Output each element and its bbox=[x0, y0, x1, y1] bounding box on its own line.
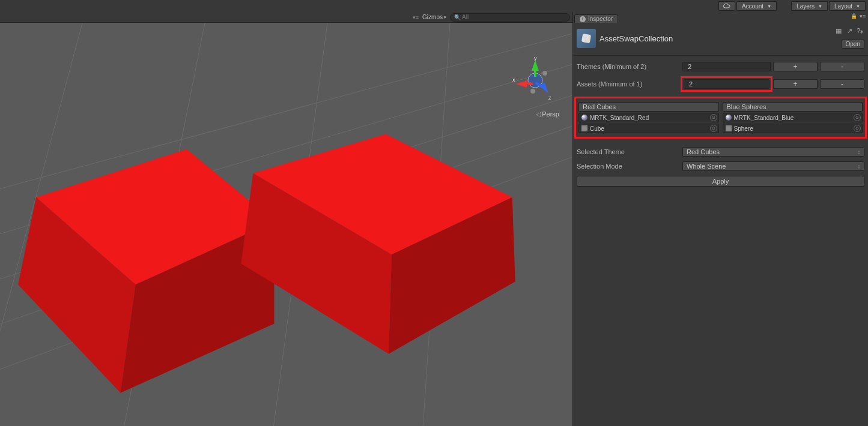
reference-icon[interactable]: ↗ bbox=[845, 26, 854, 35]
scene-viewport[interactable]: x y z ◁Persp bbox=[0, 23, 572, 426]
themes-minus-button[interactable]: - bbox=[820, 62, 864, 71]
chevron-down-icon: ▼ bbox=[856, 4, 860, 8]
selection-mode-dropdown[interactable]: Whole Scene ‡ bbox=[682, 161, 864, 171]
assets-value-highlight: 2 bbox=[681, 76, 772, 92]
search-icon: 🔍 bbox=[454, 14, 461, 20]
themes-plus-button[interactable]: + bbox=[773, 62, 818, 71]
theme1-asset1-label: Sphere bbox=[734, 125, 753, 132]
theme-name-input-0[interactable] bbox=[578, 102, 719, 112]
theme0-asset0-field[interactable]: MRTK_Standard_Red ⊙ bbox=[578, 113, 719, 122]
gizmos-label: Gizmos bbox=[422, 14, 443, 20]
selection-mode-value: Whole Scene bbox=[687, 163, 726, 170]
axis-x-label: x bbox=[512, 77, 515, 83]
theme0-asset0-label: MRTK_Standard_Red bbox=[590, 115, 649, 121]
scene-panel: ▾≡ Gizmos▾ 🔍 bbox=[0, 12, 572, 426]
theme1-asset1-field[interactable]: Sphere ⊙ bbox=[723, 124, 863, 133]
tab-menu-icon[interactable]: ▾≡ bbox=[860, 13, 866, 19]
account-label: Account bbox=[742, 3, 763, 10]
themes-highlight-box: MRTK_Standard_Red ⊙ Cube ⊙ bbox=[574, 97, 867, 139]
theme-columns: MRTK_Standard_Red ⊙ Cube ⊙ bbox=[578, 102, 863, 133]
dropdown-arrows-icon: ‡ bbox=[858, 164, 860, 169]
top-toolbar: Account▼ Layers▼ Layout▼ bbox=[0, 0, 868, 12]
help-icon[interactable]: ?⁎ bbox=[856, 26, 864, 35]
lock-icon[interactable]: 🔒 bbox=[851, 13, 857, 19]
axis-y-label: y bbox=[534, 56, 537, 61]
selection-mode-label: Selection Mode bbox=[577, 163, 680, 170]
themes-label: Themes (Minimum of 2) bbox=[577, 63, 680, 70]
assets-label: Assets (Minimum of 1) bbox=[577, 80, 680, 88]
inspector-tab-label: Inspector bbox=[588, 16, 613, 22]
svg-point-24 bbox=[530, 89, 535, 94]
gizmos-dropdown[interactable]: Gizmos▾ bbox=[422, 14, 446, 20]
scene-cube-left bbox=[18, 149, 274, 393]
apply-button[interactable]: Apply bbox=[577, 176, 864, 187]
assets-count-row: Assets (Minimum of 1) 2 + - bbox=[577, 76, 864, 92]
theme1-asset0-field[interactable]: MRTK_Standard_Blue ⊙ bbox=[723, 113, 863, 122]
chevron-down-icon: ▼ bbox=[767, 4, 771, 8]
object-picker-icon[interactable]: ⊙ bbox=[710, 125, 717, 132]
svg-point-23 bbox=[542, 71, 547, 76]
scene-toolbar: ▾≡ Gizmos▾ 🔍 bbox=[0, 12, 572, 23]
chevron-down-icon: ▼ bbox=[818, 4, 822, 8]
svg-rect-18 bbox=[534, 68, 536, 77]
assets-plus-button[interactable]: + bbox=[773, 79, 818, 89]
theme-column-1: MRTK_Standard_Blue ⊙ Sphere ⊙ bbox=[723, 102, 863, 133]
themes-count-row: Themes (Minimum of 2) 2 + - bbox=[577, 62, 864, 71]
persp-toggle-icon: ◁ bbox=[536, 110, 541, 118]
layers-label: Layers bbox=[797, 3, 815, 10]
orientation-gizmo[interactable]: x y z bbox=[511, 56, 559, 104]
scene-search-field[interactable]: 🔍 bbox=[450, 13, 570, 22]
info-icon: i bbox=[580, 16, 586, 22]
scriptable-object-icon bbox=[577, 29, 596, 48]
theme1-asset0-label: MRTK_Standard_Blue bbox=[734, 115, 794, 121]
assets-minus-button[interactable]: - bbox=[820, 79, 864, 89]
inspector-panel: i Inspector 🔒 ▾≡ AssetSwapCollection ▦ ↗… bbox=[572, 12, 868, 426]
asset-name: AssetSwapCollection bbox=[599, 34, 673, 43]
mesh-icon bbox=[581, 125, 587, 131]
chevron-down-icon: ▾ bbox=[444, 15, 446, 20]
asset-header: AssetSwapCollection ▦ ↗ ?⁎ Open bbox=[577, 26, 864, 53]
account-dropdown[interactable]: Account▼ bbox=[736, 1, 777, 11]
scene-search-input[interactable] bbox=[462, 14, 566, 20]
selected-theme-label: Selected Theme bbox=[577, 148, 680, 155]
inspector-tab[interactable]: i Inspector bbox=[574, 14, 618, 23]
open-asset-button[interactable]: Open bbox=[842, 40, 864, 49]
axis-z-label: z bbox=[548, 95, 551, 101]
assets-value: 2 bbox=[684, 79, 769, 89]
mesh-icon bbox=[726, 125, 732, 131]
perspective-label[interactable]: ◁Persp bbox=[536, 110, 559, 118]
object-picker-icon[interactable]: ⊙ bbox=[710, 114, 717, 121]
selected-theme-value: Red Cubes bbox=[687, 148, 720, 155]
cloud-button[interactable] bbox=[718, 1, 735, 11]
prefab-icon[interactable]: ▦ bbox=[834, 26, 843, 35]
selected-theme-row: Selected Theme Red Cubes ‡ bbox=[577, 147, 864, 157]
object-picker-icon[interactable]: ⊙ bbox=[854, 114, 861, 121]
theme0-asset1-label: Cube bbox=[590, 125, 604, 132]
themes-value: 2 bbox=[682, 62, 771, 71]
theme0-asset1-field[interactable]: Cube ⊙ bbox=[578, 124, 719, 133]
object-picker-icon[interactable]: ⊙ bbox=[854, 125, 861, 132]
selection-mode-row: Selection Mode Whole Scene ‡ bbox=[577, 161, 864, 171]
svg-marker-19 bbox=[516, 80, 527, 88]
material-icon bbox=[581, 115, 587, 121]
theme-name-input-1[interactable] bbox=[723, 102, 863, 112]
scene-cube-right bbox=[241, 134, 515, 354]
material-icon bbox=[726, 115, 732, 121]
collapse-toggle-icon[interactable]: ▾≡ bbox=[413, 14, 419, 20]
layout-label: Layout bbox=[834, 3, 852, 10]
layout-dropdown[interactable]: Layout▼ bbox=[829, 1, 866, 11]
selected-theme-dropdown[interactable]: Red Cubes ‡ bbox=[682, 147, 864, 157]
inspector-tab-bar: i Inspector 🔒 ▾≡ bbox=[573, 12, 868, 23]
layers-dropdown[interactable]: Layers▼ bbox=[791, 1, 828, 11]
dropdown-arrows-icon: ‡ bbox=[858, 150, 860, 154]
theme-column-0: MRTK_Standard_Red ⊙ Cube ⊙ bbox=[578, 102, 719, 133]
